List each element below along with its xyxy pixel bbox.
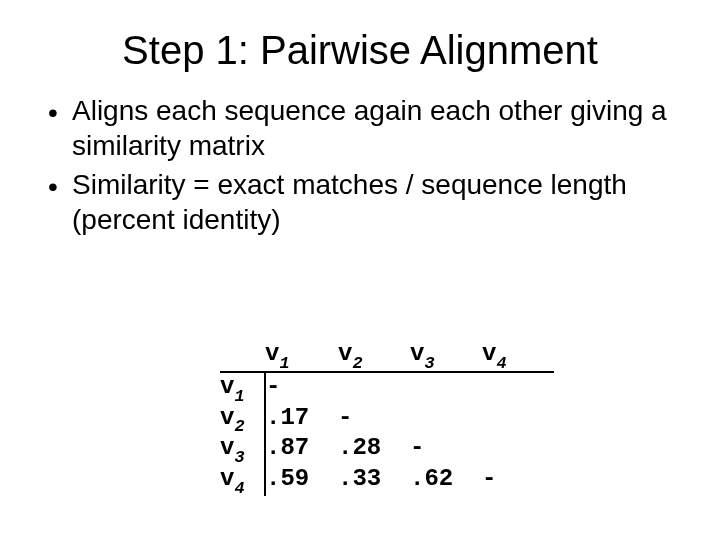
matrix-table: v1 v2 v3 v4 v1 - v2 .17 - v3 .87: [220, 340, 554, 496]
bullet-text: Similarity = exact matches / sequence le…: [72, 167, 680, 237]
bullet-item: • Similarity = exact matches / sequence …: [48, 167, 680, 237]
matrix-row-header: v4: [220, 465, 265, 496]
slide: Step 1: Pairwise Alignment • Aligns each…: [0, 0, 720, 540]
slide-title: Step 1: Pairwise Alignment: [0, 0, 720, 93]
bullet-dot-icon: •: [48, 167, 72, 204]
matrix-cell: .33: [338, 465, 410, 496]
matrix-cell: .62: [410, 465, 482, 496]
matrix-cell: -: [482, 465, 554, 496]
matrix-cell: [410, 372, 482, 404]
matrix-row: v1 -: [220, 372, 554, 404]
matrix-cell: [482, 372, 554, 404]
bullet-dot-icon: •: [48, 93, 72, 130]
bullet-item: • Aligns each sequence again each other …: [48, 93, 680, 163]
matrix-cell: [482, 404, 554, 435]
matrix-row: v3 .87 .28 -: [220, 434, 554, 465]
matrix-col-header: v3: [410, 340, 482, 372]
matrix-cell: -: [265, 372, 338, 404]
matrix-col-header: v1: [265, 340, 338, 372]
matrix-header-row: v1 v2 v3 v4: [220, 340, 554, 372]
matrix-row-header: v2: [220, 404, 265, 435]
matrix-corner: [220, 340, 265, 372]
bullet-text: Aligns each sequence again each other gi…: [72, 93, 680, 163]
bullet-list: • Aligns each sequence again each other …: [0, 93, 720, 237]
matrix-row-header: v1: [220, 372, 265, 404]
matrix-row: v4 .59 .33 .62 -: [220, 465, 554, 496]
matrix-cell: [482, 434, 554, 465]
matrix-row: v2 .17 -: [220, 404, 554, 435]
matrix-cell: .28: [338, 434, 410, 465]
matrix-cell: -: [410, 434, 482, 465]
matrix-cell: .87: [265, 434, 338, 465]
matrix-col-header: v4: [482, 340, 554, 372]
matrix-cell: [338, 372, 410, 404]
matrix-cell: [410, 404, 482, 435]
matrix-cell: -: [338, 404, 410, 435]
matrix-row-header: v3: [220, 434, 265, 465]
matrix-cell: .59: [265, 465, 338, 496]
matrix-cell: .17: [265, 404, 338, 435]
matrix-col-header: v2: [338, 340, 410, 372]
similarity-matrix: v1 v2 v3 v4 v1 - v2 .17 - v3 .87: [220, 340, 554, 496]
